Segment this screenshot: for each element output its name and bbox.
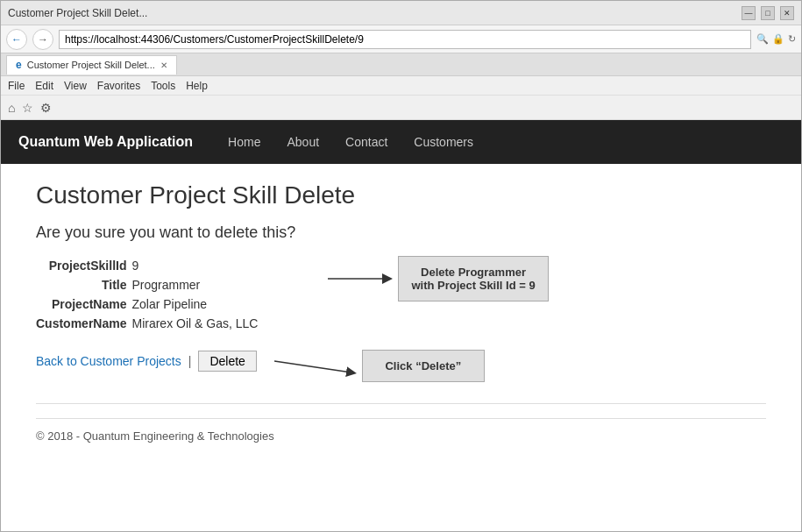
back-to-projects-link[interactable]: Back to Customer Projects — [36, 354, 181, 368]
field-label-project-skill-id: ProjectSkillId — [36, 256, 131, 275]
page-content: Customer Project Skill Delete Are you su… — [1, 164, 801, 531]
table-row: CustomerName Mirarex Oil & Gas, LLC — [36, 314, 266, 333]
settings-icon[interactable]: ⚙ — [40, 101, 52, 115]
page-title: Customer Project Skill Delete — [36, 181, 766, 209]
menu-help[interactable]: Help — [186, 80, 208, 92]
field-label-project-name: ProjectName — [36, 294, 131, 314]
maximize-button[interactable]: □ — [761, 6, 775, 20]
nav-about[interactable]: About — [287, 135, 319, 149]
lock-icon: 🔒 — [772, 33, 784, 45]
callout2-text: Click “Delete” — [385, 359, 461, 372]
nav-customers[interactable]: Customers — [414, 135, 473, 149]
arrow-svg — [328, 266, 398, 292]
tab-icon: e — [16, 59, 22, 71]
nav-home[interactable]: Home — [228, 135, 260, 149]
field-label-title: Title — [36, 275, 131, 294]
title-bar-controls: — □ ✕ — [742, 6, 794, 20]
menu-tools[interactable]: Tools — [151, 80, 175, 92]
menu-edit[interactable]: Edit — [35, 80, 53, 92]
address-input[interactable] — [59, 30, 751, 49]
nav-contact[interactable]: Contact — [345, 135, 387, 149]
tab-bar: e Customer Project Skill Delet... ✕ — [1, 53, 801, 76]
delete-button[interactable]: Delete — [198, 351, 256, 372]
callout1-line1: Delete Programmer — [421, 266, 526, 279]
menu-view[interactable]: View — [64, 80, 87, 92]
footer: © 2018 - Quantum Engineering & Technolog… — [36, 418, 766, 443]
separator: | — [188, 354, 192, 368]
menu-file[interactable]: File — [8, 80, 25, 92]
table-row: ProjectSkillId 9 — [36, 256, 266, 275]
active-tab[interactable]: e Customer Project Skill Delet... ✕ — [6, 55, 177, 74]
toolbar-row: ⌂ ☆ ⚙ — [1, 96, 801, 120]
navbar-brand: Quantum Web Application — [18, 134, 193, 150]
divider — [36, 403, 766, 404]
search-icon[interactable]: 🔍 — [756, 33, 769, 45]
navbar: Quantum Web Application Home About Conta… — [1, 120, 801, 164]
forward-button[interactable]: → — [32, 29, 53, 50]
address-bar-row: ← → 🔍 🔒 ↻ — [1, 25, 801, 53]
callout1-line2: with Project Skill Id = 9 — [411, 279, 535, 292]
browser-window: Customer Project Skill Delet... — □ ✕ ← … — [0, 0, 802, 532]
minimize-button[interactable]: — — [742, 6, 756, 20]
field-value-project-skill-id: 9 — [131, 256, 266, 275]
home-icon[interactable]: ⌂ — [8, 101, 15, 115]
address-icons: 🔍 🔒 ↻ — [756, 33, 796, 45]
arrow2-svg — [274, 348, 362, 383]
title-bar: Customer Project Skill Delet... — □ ✕ — [1, 1, 801, 25]
callout-box-1: Delete Programmer with Project Skill Id … — [398, 256, 548, 301]
table-row: Title Programmer — [36, 275, 266, 294]
field-value-customer-name: Mirarex Oil & Gas, LLC — [131, 314, 266, 333]
table-row: ProjectName Zolar Pipeline — [36, 294, 266, 314]
svg-line-2 — [274, 361, 351, 372]
actions-row: Back to Customer Projects | Delete — [36, 351, 257, 372]
confirm-text: Are you sure you want to delete this? — [36, 223, 766, 242]
toolbar-icons: ⌂ ☆ ⚙ — [8, 101, 52, 115]
menu-favorites[interactable]: Favorites — [97, 80, 140, 92]
back-button[interactable]: ← — [6, 29, 27, 50]
field-value-project-name: Zolar Pipeline — [131, 294, 266, 314]
close-button[interactable]: ✕ — [780, 6, 794, 20]
tab-close-icon[interactable]: ✕ — [160, 60, 167, 70]
favorites-icon[interactable]: ☆ — [22, 101, 33, 115]
callout-box-2: Click “Delete” — [362, 350, 485, 382]
field-label-customer-name: CustomerName — [36, 314, 131, 333]
menu-bar: File Edit View Favorites Tools Help — [1, 76, 801, 96]
field-value-title: Programmer — [131, 275, 266, 294]
title-bar-title: Customer Project Skill Delet... — [8, 7, 147, 19]
refresh-icon[interactable]: ↻ — [788, 33, 796, 45]
tab-title: Customer Project Skill Delet... — [27, 60, 155, 70]
details-table: ProjectSkillId 9 Title Programmer Projec… — [36, 256, 266, 333]
